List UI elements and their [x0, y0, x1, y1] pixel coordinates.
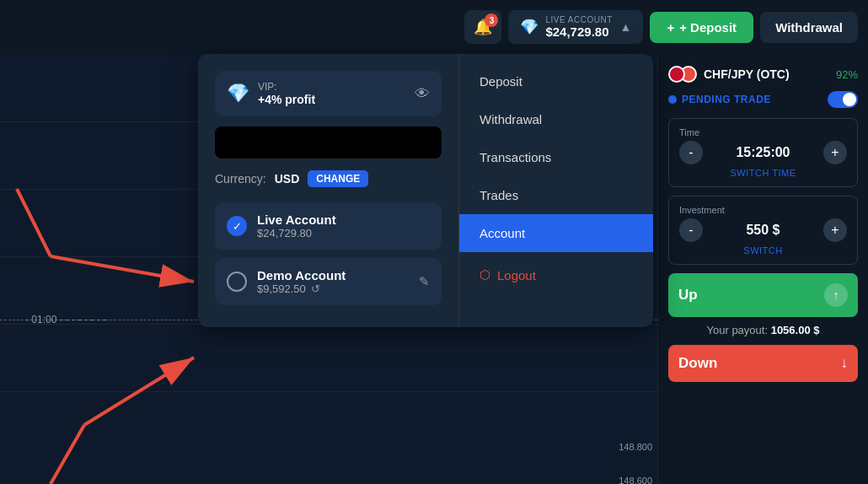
chevron-up-icon: ▲	[620, 20, 632, 34]
chart-label-high: 148.800	[619, 442, 652, 452]
dropdown-right-menu: Deposit Withdrawal Transactions Trades A…	[459, 54, 653, 327]
withdrawal-button[interactable]: Withdrawal	[760, 12, 858, 43]
menu-withdrawal[interactable]: Withdrawal	[459, 100, 653, 138]
pair-flags	[668, 66, 697, 83]
live-account-info: Live Account $24,729.80	[257, 212, 430, 239]
pair-row: CHF/JPY (OTC) 92%	[668, 66, 858, 83]
payout-row: Your payout: 1056.00 $	[668, 324, 858, 336]
time-minus-button[interactable]: -	[679, 141, 703, 164]
live-account-item[interactable]: ✓ Live Account $24,729.80	[215, 202, 442, 250]
time-label: Time	[679, 127, 847, 137]
menu-deposit[interactable]: Deposit	[459, 62, 653, 100]
account-dropdown: 💎 VIP: +4% profit 👁 Currency: USD CHANGE…	[198, 54, 653, 327]
selected-check-icon: ✓	[227, 216, 247, 236]
menu-account[interactable]: Account	[459, 214, 653, 252]
header: 🔔 3 💎 LIVE ACCOUNT $24,729.80 ▲ + + Depo…	[0, 0, 868, 54]
up-button[interactable]: Up ↑	[668, 273, 858, 317]
vip-text: VIP: +4% profit	[258, 81, 315, 106]
investment-value-row: - 550 $ +	[679, 218, 847, 242]
up-arrow-icon: ↑	[824, 283, 848, 307]
pending-toggle[interactable]	[828, 91, 858, 108]
investment-value: 550 $	[746, 223, 780, 238]
demo-account-balance: $9,592.50 ↺	[257, 282, 409, 295]
time-plus-button[interactable]: +	[823, 141, 847, 164]
account-info: LIVE ACCOUNT $24,729.80	[545, 15, 612, 39]
edit-icon[interactable]: ✎	[419, 274, 430, 289]
currency-row: Currency: USD CHANGE	[215, 170, 442, 187]
down-arrow-icon: ↓	[841, 355, 849, 372]
time-value: 15:25:00	[736, 145, 790, 160]
logout-icon: ⬡	[480, 267, 490, 282]
up-label: Up	[678, 287, 698, 304]
change-currency-button[interactable]: CHANGE	[308, 170, 368, 187]
vip-profit: +4% profit	[258, 93, 315, 106]
chart-time-label: - 01:00 - - - - - - - -	[25, 314, 106, 325]
deposit-label: + Deposit	[679, 20, 737, 35]
account-selector-button[interactable]: 💎 LIVE ACCOUNT $24,729.80 ▲	[508, 10, 643, 44]
demo-account-name: Demo Account	[257, 268, 409, 282]
pair-percentage: 92%	[836, 68, 858, 81]
pair-name: CHF/JPY (OTC)	[704, 67, 790, 81]
balance-display	[215, 126, 442, 159]
trading-panel: CHF/JPY (OTC) 92% PENDING TRADE Time - 1…	[657, 54, 868, 484]
switch-time-label[interactable]: SWITCH TIME	[679, 168, 847, 178]
vip-box: 💎 VIP: +4% profit 👁	[215, 71, 442, 116]
down-label: Down	[678, 355, 717, 372]
demo-account-info: Demo Account $9,592.50 ↺	[257, 268, 409, 295]
vip-label: VIP:	[258, 81, 315, 93]
investment-section: Investment - 550 $ + SWITCH	[668, 196, 858, 265]
demo-account-item[interactable]: Demo Account $9,592.50 ↺ ✎	[215, 258, 442, 305]
withdrawal-label: Withdrawal	[775, 20, 843, 35]
logout-label: Logout	[497, 268, 536, 282]
currency-prefix: Currency:	[215, 172, 266, 186]
notification-badge: 3	[485, 13, 498, 27]
dropdown-left-panel: 💎 VIP: +4% profit 👁 Currency: USD CHANGE…	[198, 54, 459, 327]
vip-info: 💎 VIP: +4% profit	[227, 81, 315, 106]
payout-prefix: Your payout:	[707, 324, 769, 336]
live-account-balance: $24,729.80	[257, 227, 430, 239]
radio-circle-icon	[227, 272, 247, 292]
menu-transactions[interactable]: Transactions	[459, 138, 653, 176]
account-balance-value: $24,729.80	[545, 24, 608, 39]
menu-logout[interactable]: ⬡ Logout	[459, 255, 653, 294]
pending-trade-row: PENDING TRADE	[668, 91, 858, 108]
diamond-icon: 💎	[520, 18, 538, 36]
eye-icon[interactable]: 👁	[415, 85, 430, 103]
notification-button[interactable]: 🔔 3	[464, 10, 501, 44]
menu-trades[interactable]: Trades	[459, 176, 653, 214]
time-section: Time - 15:25:00 + SWITCH TIME	[668, 118, 858, 187]
live-account-name: Live Account	[257, 212, 430, 227]
vip-diamond-icon: 💎	[227, 83, 249, 105]
chf-flag	[668, 66, 685, 83]
deposit-button[interactable]: + + Deposit	[650, 12, 753, 43]
plus-icon: +	[667, 20, 674, 35]
investment-plus-button[interactable]: +	[823, 218, 847, 242]
investment-minus-button[interactable]: -	[679, 218, 703, 242]
payout-value: 1056.00 $	[771, 324, 820, 336]
time-value-row: - 15:25:00 +	[679, 141, 847, 164]
grid-line	[0, 391, 657, 392]
down-button[interactable]: Down ↓	[668, 345, 858, 382]
investment-label: Investment	[679, 205, 847, 215]
pending-label: PENDING TRADE	[682, 94, 771, 105]
switch-label[interactable]: SWITCH	[679, 245, 847, 255]
currency-value: USD	[275, 172, 300, 186]
account-type-label: LIVE ACCOUNT	[545, 15, 612, 24]
pending-dot-icon	[668, 95, 677, 104]
refresh-icon[interactable]: ↺	[311, 282, 320, 295]
chart-label-low: 148.600	[619, 476, 652, 484]
